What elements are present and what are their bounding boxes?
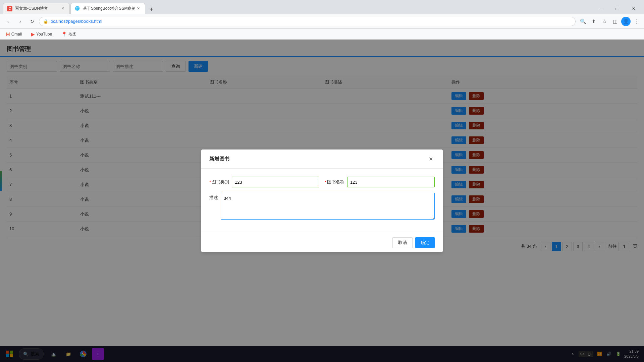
modal-close-button[interactable]: ✕ [427, 155, 435, 163]
bookmark-maps[interactable]: 📍 地图 [59, 31, 78, 38]
add-book-modal: 新增图书 ✕ * 图书类别 * 图书名称 [201, 149, 443, 252]
cancel-button[interactable]: 取消 [392, 237, 413, 248]
refresh-button[interactable]: ↻ [27, 16, 38, 27]
tab-springboot-close[interactable]: ✕ [136, 6, 141, 11]
minimize-button[interactable]: ─ [592, 3, 608, 14]
bookmark-gmail[interactable]: M Gmail [4, 31, 24, 38]
page-content: 图书管理 查询 新建 序号 图书类别 图书名称 图书描述 操作 [0, 40, 644, 362]
category-input[interactable] [232, 177, 319, 187]
csdn-icon: C [7, 6, 12, 11]
name-input[interactable] [347, 177, 435, 187]
tab-csdn[interactable]: C 写文章-CSDN博客 ✕ [3, 3, 70, 14]
youtube-icon: ▶ [31, 32, 35, 37]
bookmark-icon[interactable]: ☆ [600, 17, 609, 26]
new-tab-button[interactable]: + [147, 5, 156, 14]
bookmark-youtube-label: YouTube [36, 32, 52, 37]
modal-body: * 图书类别 * 图书名称 描述 [201, 169, 443, 233]
globe-icon: 🌐 [75, 6, 80, 11]
desc-textarea[interactable] [221, 193, 435, 220]
name-label: 图书名称 [327, 179, 344, 185]
close-button[interactable]: ✕ [626, 3, 641, 14]
form-group-desc: 描述 [209, 193, 435, 220]
search-icon[interactable]: 🔍 [578, 17, 588, 26]
modal-overlay: 新增图书 ✕ * 图书类别 * 图书名称 [0, 40, 644, 362]
bookmark-youtube[interactable]: ▶ YouTube [29, 31, 54, 38]
form-group-category: * 图书类别 [209, 177, 319, 187]
required-marker-category: * [209, 180, 211, 185]
form-group-name: * 图书名称 [325, 177, 435, 187]
extension-icon[interactable]: ◫ [610, 17, 620, 26]
bookmarks-bar: M Gmail ▶ YouTube 📍 地图 [0, 29, 644, 40]
address-bar[interactable]: 🔒 localhost/pages/books.html [39, 17, 576, 26]
modal-footer: 取消 确定 [201, 233, 443, 252]
back-button[interactable]: ‹ [3, 16, 13, 27]
form-row-1: * 图书类别 * 图书名称 [209, 177, 435, 187]
confirm-button[interactable]: 确定 [415, 237, 435, 248]
required-marker-name: * [325, 180, 326, 185]
gmail-icon: M [6, 32, 10, 37]
address-text: localhost/pages/books.html [50, 19, 102, 24]
menu-icon[interactable]: ⋮ [632, 17, 641, 26]
modal-title: 新增图书 [209, 156, 229, 162]
maps-icon: 📍 [61, 32, 67, 37]
tab-springboot[interactable]: 🌐 基于SpringBoot整合SSM案例 ✕ [70, 3, 145, 14]
desc-label: 描述 [209, 195, 218, 201]
category-label: 图书类别 [212, 179, 229, 185]
tab-csdn-title: 写文章-CSDN博客 [15, 6, 60, 11]
tab-springboot-title: 基于SpringBoot整合SSM案例 [83, 6, 136, 11]
modal-header: 新增图书 ✕ [201, 149, 443, 169]
bookmark-gmail-label: Gmail [11, 32, 22, 37]
tab-csdn-close[interactable]: ✕ [60, 6, 65, 11]
share-icon[interactable]: ⬆ [589, 17, 598, 26]
profile-icon[interactable]: 👤 [621, 17, 631, 26]
bookmark-maps-label: 地图 [68, 31, 76, 37]
maximize-button[interactable]: □ [609, 3, 625, 14]
forward-button[interactable]: › [15, 16, 25, 27]
